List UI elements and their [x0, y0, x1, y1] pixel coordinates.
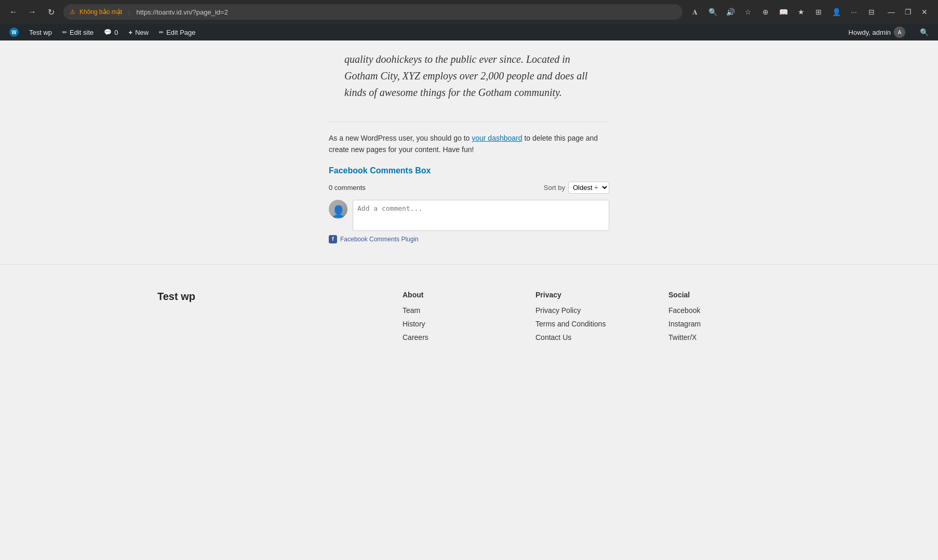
footer-brand-name: Test wp: [157, 291, 382, 303]
favorites-button[interactable]: ☆: [741, 5, 755, 19]
content-area: quality doohickeys to the public ever si…: [220, 40, 718, 243]
edit-page-icon: ✏: [159, 29, 164, 36]
footer-social-group: Social Facebook Instagram Twitter/X: [668, 291, 781, 347]
wp-notice-text: As a new WordPress user, you should go t…: [329, 134, 470, 142]
comments-count: 0: [114, 29, 118, 36]
security-text: Không bảo mật: [79, 8, 122, 16]
comments-button[interactable]: 💬 0: [99, 24, 123, 40]
footer-about-group: About Team History Careers: [403, 291, 515, 347]
url-text: https://toantv.id.vn/?page_id=2: [136, 8, 676, 16]
facebook-comments-section: Facebook Comments Box 0 comments Sort by…: [329, 166, 609, 243]
footer-history-link[interactable]: History: [403, 320, 515, 328]
wp-logo-button[interactable]: W: [4, 24, 24, 40]
footer-privacy-group: Privacy Privacy Policy Terms and Conditi…: [535, 291, 648, 347]
browser-extension-button[interactable]: ⊕: [758, 5, 773, 19]
footer-privacy-policy-link[interactable]: Privacy Policy: [535, 306, 648, 315]
window-controls: — ❐ ✕: [884, 5, 932, 19]
comment-input-row: 👤: [329, 200, 609, 231]
footer-twitter-link[interactable]: Twitter/X: [668, 333, 781, 342]
page-content: quality doohickeys to the public ever si…: [0, 40, 938, 560]
avatar-silhouette: 👤: [331, 206, 345, 217]
footer-about-title: About: [403, 291, 515, 299]
edit-page-label: Edit Page: [166, 29, 195, 36]
facebook-plugin-label: Facebook Comments Plugin: [340, 236, 419, 243]
separator: |: [126, 8, 132, 16]
footer-social-title: Social: [668, 291, 781, 299]
edit-page-button[interactable]: ✏ Edit Page: [154, 24, 200, 40]
test-wp-label: Test wp: [29, 29, 52, 36]
favorites-list-button[interactable]: ★: [794, 5, 808, 19]
font-button[interactable]: 𝐀: [688, 5, 702, 19]
edit-site-button[interactable]: ✏ Edit site: [57, 24, 99, 40]
footer-instagram-link[interactable]: Instagram: [668, 320, 781, 328]
user-avatar: 👤: [329, 200, 347, 218]
footer-facebook-link[interactable]: Facebook: [668, 306, 781, 315]
minimize-button[interactable]: —: [884, 5, 899, 19]
profile-button[interactable]: 👤: [829, 5, 843, 19]
facebook-comments-title[interactable]: Facebook Comments Box: [329, 166, 609, 175]
more-tools-button[interactable]: ···: [847, 5, 861, 19]
dashboard-link[interactable]: your dashboard: [472, 134, 522, 142]
collections-button[interactable]: ⊞: [811, 5, 826, 19]
edit-site-label: Edit site: [70, 29, 93, 36]
back-button[interactable]: ←: [6, 5, 21, 19]
footer-inner: Test wp About Team History Careers Priva…: [157, 291, 781, 347]
facebook-plugin-footer[interactable]: f Facebook Comments Plugin: [329, 235, 609, 243]
sort-select[interactable]: Oldest ÷: [568, 182, 609, 194]
footer-contact-link[interactable]: Contact Us: [535, 333, 648, 342]
reading-view-button[interactable]: 📖: [776, 5, 790, 19]
footer-brand: Test wp: [157, 291, 382, 347]
wp-notice: As a new WordPress user, you should go t…: [329, 132, 609, 156]
avatar-inner: 👤: [329, 200, 347, 218]
sidebar-button[interactable]: ⊟: [864, 5, 879, 19]
new-button[interactable]: + New: [124, 24, 154, 40]
howdy-button[interactable]: Howdy, admin A: [843, 24, 910, 40]
address-bar[interactable]: ⚠ Không bảo mật | https://toantv.id.vn/?…: [63, 4, 682, 20]
footer-team-link[interactable]: Team: [403, 306, 515, 315]
browser-chrome: ← → ↻ ⚠ Không bảo mật | https://toantv.i…: [0, 0, 938, 24]
read-aloud-button[interactable]: 🔊: [723, 5, 738, 19]
footer-careers-link[interactable]: Careers: [403, 333, 515, 342]
admin-avatar: A: [894, 26, 905, 38]
admin-search-button[interactable]: 🔍: [915, 24, 934, 40]
facebook-comments-header: 0 comments Sort by Oldest ÷: [329, 182, 609, 194]
quote-block: quality doohickeys to the public ever si…: [329, 40, 609, 111]
sort-by-label: Sort by: [544, 184, 565, 192]
site-footer: Test wp About Team History Careers Priva…: [0, 264, 938, 367]
comments-icon: 💬: [104, 29, 112, 36]
security-icon: ⚠: [70, 8, 75, 16]
howdy-text: Howdy, admin: [849, 29, 891, 36]
close-button[interactable]: ✕: [917, 5, 932, 19]
edit-site-icon: ✏: [62, 29, 67, 36]
sort-by-container: Sort by Oldest ÷: [544, 182, 609, 194]
plus-icon: +: [129, 29, 133, 36]
test-wp-button[interactable]: Test wp: [24, 24, 57, 40]
browser-controls: ← → ↻: [6, 5, 58, 19]
wp-admin-bar: W Test wp ✏ Edit site 💬 0 + New ✏ Edit P…: [0, 24, 938, 40]
comment-input[interactable]: [353, 200, 609, 231]
maximize-button[interactable]: ❐: [901, 5, 915, 19]
footer-privacy-title: Privacy: [535, 291, 648, 299]
admin-bar-right: Howdy, admin A 🔍: [843, 24, 934, 40]
quote-text: quality doohickeys to the public ever si…: [344, 53, 587, 98]
facebook-icon: f: [329, 235, 337, 243]
new-label: New: [135, 29, 149, 36]
comments-count-label: 0 comments: [329, 184, 366, 192]
forward-button[interactable]: →: [25, 5, 39, 19]
wordpress-logo: W: [9, 28, 19, 37]
footer-terms-link[interactable]: Terms and Conditions: [535, 320, 648, 328]
search-page-button[interactable]: 🔍: [705, 5, 720, 19]
browser-actions: 𝐀 🔍 🔊 ☆ ⊕ 📖 ★ ⊞ 👤 ··· ⊟: [688, 5, 879, 19]
content-divider: [329, 121, 609, 122]
refresh-button[interactable]: ↻: [44, 5, 58, 19]
